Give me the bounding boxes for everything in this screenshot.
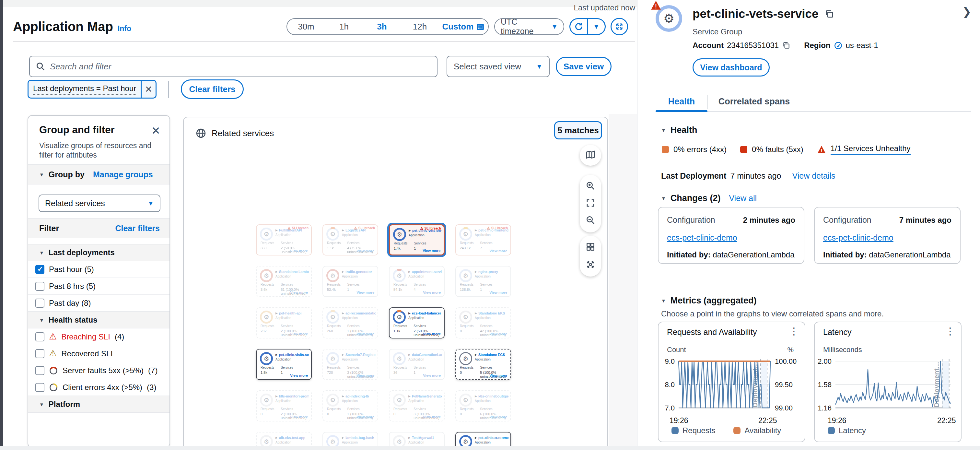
expand-caret-icon[interactable]: ▶ xyxy=(342,394,344,398)
service-card[interactable]: ! SLI breach ⚙ ▶ LogisticsAPI Applicatio… xyxy=(323,224,378,255)
expand-caret-icon[interactable]: ▶ xyxy=(475,436,477,439)
info-link[interactable]: Info xyxy=(118,24,131,33)
expand-caret-icon[interactable]: ▶ xyxy=(342,353,344,356)
expand-caret-icon[interactable]: ▶ xyxy=(475,394,477,398)
checkbox[interactable] xyxy=(35,383,45,392)
service-card[interactable]: ! SLI breach ⚙ ▶ traffic-generator Appli… xyxy=(323,266,378,297)
expand-caret-icon[interactable]: ▶ xyxy=(275,311,278,315)
expand-caret-icon[interactable]: ▶ xyxy=(275,353,278,356)
view-more-link[interactable]: View more xyxy=(290,415,308,419)
service-card[interactable]: ! SLI breach ⚙ ▶ pet-clinic-frontend-jav… xyxy=(455,224,511,255)
search-input[interactable] xyxy=(49,61,431,72)
last-deployments-section[interactable]: ▼ Last deployments xyxy=(28,244,170,261)
close-icon[interactable]: ✕ xyxy=(151,124,161,137)
kebab-menu-icon[interactable]: ⋮ xyxy=(789,326,799,337)
expand-caret-icon[interactable]: ▶ xyxy=(275,270,278,273)
view-more-link[interactable]: View more xyxy=(356,249,374,253)
checkbox[interactable] xyxy=(35,366,45,375)
view-all-link[interactable]: View all xyxy=(729,193,757,203)
view-more-link[interactable]: View more xyxy=(423,290,441,294)
change-card[interactable]: Configuration 2 minutes ago ecs-pet-clin… xyxy=(658,207,804,264)
expand-caret-icon[interactable]: ▶ xyxy=(342,436,344,439)
checkbox-checked[interactable] xyxy=(35,265,45,274)
copy-icon[interactable] xyxy=(824,9,834,19)
service-card[interactable]: ! SLI breach ⚙ ▶ nginx-proxy Application… xyxy=(455,266,511,297)
view-more-link[interactable]: View more xyxy=(423,373,441,377)
matches-badge[interactable]: 5 matches xyxy=(554,121,602,139)
checkbox[interactable] xyxy=(35,298,45,308)
view-more-link[interactable]: View more xyxy=(489,290,507,294)
zoom-out-icon[interactable] xyxy=(585,215,595,226)
refresh-button[interactable] xyxy=(570,19,587,34)
expand-caret-icon[interactable]: ▶ xyxy=(275,228,278,232)
checkbox[interactable] xyxy=(35,332,45,341)
expand-caret-icon[interactable]: ▶ xyxy=(475,353,477,356)
expand-caret-icon[interactable]: ▶ xyxy=(342,228,344,232)
expand-caret-icon[interactable]: ▶ xyxy=(342,311,344,315)
expand-caret-icon[interactable]: ▶ xyxy=(408,353,410,356)
fit-view-icon[interactable] xyxy=(585,198,595,209)
change-resource-link[interactable]: ecs-pet-clinic-demo xyxy=(823,233,951,243)
expand-caret-icon[interactable]: ▶ xyxy=(342,270,344,273)
latency-chart[interactable]: 2.001.581.16Deployment… xyxy=(815,353,962,415)
service-card[interactable]: ! SLI breach ⚙ ▶ pet-clinic-vets-service… xyxy=(389,224,445,255)
tab-health[interactable]: Health xyxy=(655,97,708,107)
fullscreen-button[interactable] xyxy=(611,18,628,35)
view-more-link[interactable]: View more xyxy=(356,373,374,377)
checkbox[interactable] xyxy=(35,349,45,358)
view-more-link[interactable]: View more xyxy=(489,415,507,419)
expand-caret-icon[interactable]: ▶ xyxy=(475,228,477,232)
expand-caret-icon[interactable]: ▶ xyxy=(275,436,278,439)
kebab-menu-icon[interactable]: ⋮ xyxy=(945,326,955,337)
view-dashboard-button[interactable]: View dashboard xyxy=(692,58,770,77)
grid-layout-icon[interactable] xyxy=(585,242,595,253)
view-more-link[interactable]: View more xyxy=(290,373,308,377)
view-more-link[interactable]: View more xyxy=(356,415,374,419)
expand-caret-icon[interactable]: ▶ xyxy=(475,311,477,315)
time-range-3h[interactable]: 3h xyxy=(363,22,401,32)
service-card[interactable]: ! SLI breach ⚙ ▶ ad-recommendation-lb Ap… xyxy=(323,307,378,338)
expand-caret-icon[interactable]: ▶ xyxy=(408,311,410,315)
changes-section-header[interactable]: ▼ Changes (2) View all xyxy=(661,193,757,203)
service-card[interactable]: ! SLI breach ⚙ ▶ dataGenerationLambda Ap… xyxy=(389,349,445,380)
service-card[interactable]: ! SLI breach ⚙ ▶ appointment-service-g..… xyxy=(389,266,445,297)
services-unhealthy-link[interactable]: 1/1 Services Unhealthy xyxy=(830,144,911,155)
expand-caret-icon[interactable]: ▶ xyxy=(475,270,477,273)
view-more-link[interactable]: View more xyxy=(290,249,308,253)
saved-view-select[interactable]: Select saved view ▼ xyxy=(447,56,550,77)
service-card[interactable]: ! SLI breach ⚙ ▶ pet-health-api Applicat… xyxy=(256,307,312,338)
change-card[interactable]: Configuration 7 minutes ago ecs-pet-clin… xyxy=(814,207,961,264)
remove-filter-button[interactable]: ✕ xyxy=(141,81,156,97)
view-more-link[interactable]: View more xyxy=(423,415,441,419)
spread-layout-icon[interactable] xyxy=(585,260,595,271)
expand-caret-icon[interactable]: ▶ xyxy=(408,270,410,273)
health-status-section[interactable]: ▼ Health status xyxy=(28,311,170,329)
copy-icon[interactable] xyxy=(782,41,791,49)
service-card[interactable]: ! SLI breach ⚙ ▶ PetNameGenerator Applic… xyxy=(389,390,445,421)
view-more-link[interactable]: View more xyxy=(489,249,507,253)
service-card[interactable]: ! SLI breach ⚙ ▶ Scenario7-RegisterNe...… xyxy=(323,349,378,380)
time-range-12h[interactable]: 12h xyxy=(401,22,439,32)
tab-correlated-spans[interactable]: Correlated spans xyxy=(712,97,796,107)
service-card[interactable]: ! SLI breach ⚙ ▶ ecs-load-balancer Appli… xyxy=(389,307,445,338)
group-by-select[interactable]: Related services ▼ xyxy=(38,195,161,212)
view-more-link[interactable]: View more xyxy=(290,332,308,336)
view-more-link[interactable]: View more xyxy=(489,332,507,336)
manage-groups-link[interactable]: Manage groups xyxy=(93,170,153,179)
view-details-link[interactable]: View details xyxy=(792,171,835,180)
view-more-link[interactable]: View more xyxy=(356,290,374,294)
zoom-in-icon[interactable] xyxy=(585,181,595,192)
time-range-30m[interactable]: 30m xyxy=(287,22,325,32)
service-card[interactable]: ! SLI breach ⚙ ▶ k8s-onlineboutique-60..… xyxy=(455,390,511,421)
expand-caret-icon[interactable]: ▶ xyxy=(408,394,410,398)
service-card[interactable]: ! SLI breach ⚙ ▶ ad-indexing-lb Applicat… xyxy=(323,390,378,421)
clear-filters-button[interactable]: Clear filters xyxy=(181,80,244,99)
requests-availability-chart[interactable]: 9.0100.008.099.507.099.00Deployment… xyxy=(659,353,806,415)
expand-caret-icon[interactable]: ▶ xyxy=(409,229,411,232)
view-more-link[interactable]: View more xyxy=(423,249,441,252)
save-view-button[interactable]: Save view xyxy=(556,57,611,76)
platform-section[interactable]: ▼ Platform xyxy=(28,396,170,413)
map-icon[interactable] xyxy=(585,150,596,161)
change-resource-link[interactable]: ecs-pet-clinic-demo xyxy=(667,233,795,243)
collapse-triangle-icon[interactable]: ▼ xyxy=(39,172,44,177)
